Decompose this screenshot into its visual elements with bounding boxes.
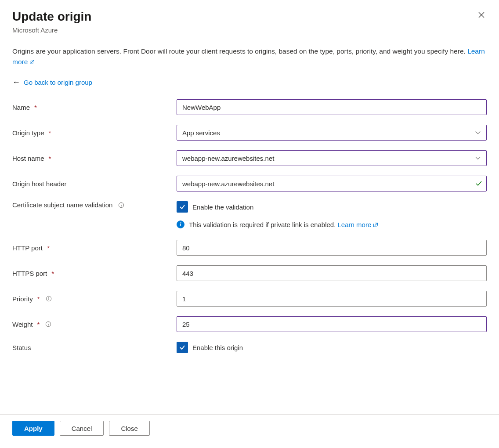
priority-input[interactable] [177, 291, 487, 307]
origin-host-header-label: Origin host header [12, 180, 177, 188]
svg-point-4 [48, 297, 49, 298]
status-label: Status [12, 344, 177, 351]
info-tooltip[interactable] [45, 321, 52, 328]
weight-label: Weight* [12, 321, 177, 328]
https-port-input[interactable] [177, 265, 487, 281]
origin-type-label: Origin type* [12, 129, 177, 137]
back-link-row[interactable]: ← Go back to origin group [12, 78, 487, 87]
svg-rect-8 [48, 324, 49, 325]
origin-type-dropdown[interactable]: App services [177, 125, 487, 141]
panel-title: Update origin [12, 9, 487, 25]
chevron-down-icon [475, 155, 481, 161]
svg-rect-5 [48, 298, 49, 300]
info-icon [46, 296, 52, 302]
info-filled-icon: i [177, 220, 184, 228]
info-tooltip[interactable] [118, 202, 125, 209]
priority-label: Priority* [12, 295, 177, 303]
weight-input[interactable] [177, 316, 487, 332]
http-port-label: HTTP port* [12, 244, 177, 252]
validation-learn-more-link[interactable]: Learn more [338, 221, 379, 228]
enable-validation-checkbox[interactable] [177, 201, 188, 213]
checkmark-icon [179, 344, 186, 351]
checkmark-icon [179, 203, 186, 210]
close-footer-button[interactable]: Close [109, 421, 149, 436]
host-name-label: Host name* [12, 155, 177, 162]
https-port-label: HTTPS port* [12, 270, 177, 277]
close-icon [478, 11, 485, 18]
info-icon [118, 202, 124, 208]
origin-host-header-input[interactable] [177, 176, 487, 191]
svg-point-7 [48, 323, 49, 323]
cert-validation-label: Certificate subject name validation [12, 201, 177, 209]
svg-point-1 [121, 203, 122, 204]
name-input[interactable] [177, 99, 487, 115]
panel-subtitle: Microsoft Azure [12, 26, 487, 34]
external-link-icon [29, 59, 35, 65]
svg-rect-2 [121, 205, 122, 206]
host-name-dropdown[interactable]: webapp-new.azurewebsites.net [177, 150, 487, 166]
name-label: Name* [12, 104, 177, 111]
chevron-down-icon [475, 130, 481, 136]
enable-validation-label: Enable the validation [192, 203, 253, 211]
enable-origin-label: Enable this origin [192, 344, 243, 351]
back-link: Go back to origin group [24, 79, 92, 86]
http-port-input[interactable] [177, 240, 487, 256]
description-text: Origins are your application servers. Fr… [12, 46, 487, 67]
close-button[interactable] [476, 11, 487, 21]
back-arrow-icon: ← [12, 78, 20, 87]
enable-origin-checkbox[interactable] [177, 342, 188, 353]
info-icon [45, 321, 51, 327]
external-link-icon [372, 222, 379, 228]
apply-button[interactable]: Apply [12, 421, 54, 436]
info-tooltip[interactable] [45, 295, 52, 302]
cancel-button[interactable]: Cancel [60, 421, 104, 436]
check-icon [475, 180, 482, 187]
